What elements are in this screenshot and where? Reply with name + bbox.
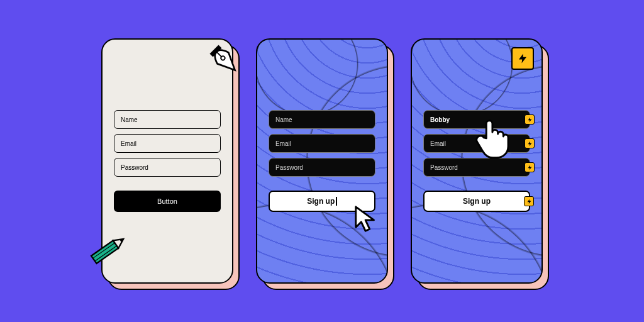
- password-field[interactable]: Password: [423, 158, 530, 177]
- name-field[interactable]: Name: [114, 110, 221, 129]
- prototype-badge: [511, 47, 534, 70]
- phone-frame: Bobby Email Password Sign up: [411, 38, 543, 284]
- submit-button[interactable]: Button: [114, 191, 221, 212]
- submit-button-label: Button: [157, 197, 177, 205]
- name-placeholder: Name: [275, 116, 292, 123]
- interaction-badge: [525, 162, 535, 172]
- signup-button[interactable]: Sign up: [423, 191, 530, 212]
- mockup-styled: Name Email Password Sign up: [256, 38, 388, 284]
- signup-button-label: Sign up: [463, 197, 491, 206]
- illustration-stage: Name Email Password Button Name Email Pa…: [0, 0, 644, 322]
- password-placeholder: Password: [430, 164, 458, 171]
- phone-frame: Name Email Password Button: [101, 38, 233, 284]
- email-field[interactable]: Email: [114, 134, 221, 153]
- signup-button[interactable]: Sign up: [269, 191, 375, 212]
- lightning-icon: [527, 165, 533, 170]
- password-placeholder: Password: [275, 164, 303, 171]
- phone-frame: Name Email Password Sign up: [256, 38, 388, 284]
- email-field[interactable]: Email: [423, 134, 530, 153]
- lightning-icon: [527, 117, 533, 123]
- email-field[interactable]: Email: [269, 134, 375, 153]
- password-placeholder: Password: [121, 164, 148, 171]
- lightning-icon: [517, 53, 528, 64]
- password-field[interactable]: Password: [114, 158, 221, 177]
- name-value: Bobby: [430, 116, 450, 123]
- interaction-badge: [525, 114, 535, 125]
- interaction-badge: [524, 196, 534, 206]
- text-caret-icon: [336, 197, 337, 206]
- lightning-icon: [527, 141, 533, 147]
- email-placeholder: Email: [430, 140, 446, 147]
- password-field[interactable]: Password: [269, 158, 375, 177]
- email-placeholder: Email: [121, 140, 136, 147]
- mockup-interactive: Bobby Email Password Sign up: [411, 38, 543, 284]
- lightning-icon: [526, 199, 532, 204]
- interaction-badge: [525, 138, 535, 148]
- signup-button-label: Sign up: [307, 197, 335, 206]
- email-placeholder: Email: [275, 140, 291, 147]
- name-field[interactable]: Bobby: [423, 110, 530, 129]
- name-field[interactable]: Name: [269, 110, 375, 129]
- mockup-wireframe: Name Email Password Button: [101, 38, 233, 284]
- name-placeholder: Name: [121, 116, 138, 123]
